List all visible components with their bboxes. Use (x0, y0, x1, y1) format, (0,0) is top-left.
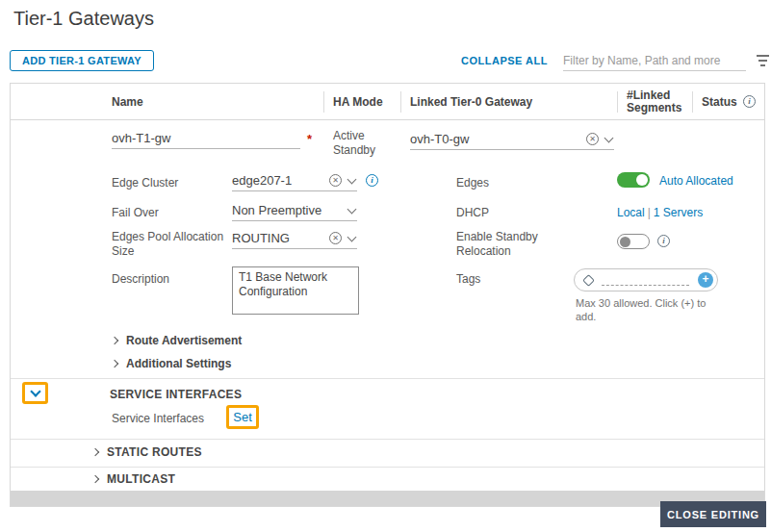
service-interfaces-row-label: Service Interfaces (112, 412, 204, 425)
section-divider (11, 439, 764, 440)
dhcp-label: DHCP (456, 206, 489, 220)
column-header-name: Name (112, 95, 143, 109)
standby-relocation-toggle[interactable] (617, 234, 650, 249)
status-info-icon[interactable]: i (743, 95, 756, 108)
chevron-down-icon[interactable] (347, 232, 357, 241)
column-divider (617, 91, 618, 113)
page-title: Tier-1 Gateways (13, 8, 154, 30)
ha-mode-value: Active Standby (333, 129, 389, 158)
tag-icon (582, 274, 595, 287)
required-marker: * (307, 132, 312, 146)
editing-footer-bar (11, 491, 764, 506)
filter-input[interactable] (563, 50, 746, 71)
column-header-ha-mode: HA Mode (333, 95, 383, 109)
chevron-down-icon[interactable] (604, 133, 614, 142)
additional-settings-label: Additional Settings (126, 357, 231, 370)
tags-label: Tags (456, 272, 480, 287)
clear-icon[interactable]: ✕ (329, 174, 342, 187)
collapse-all-link[interactable]: COLLAPSE ALL (461, 55, 548, 66)
section-divider (11, 467, 764, 468)
column-divider (400, 91, 401, 113)
clear-icon[interactable]: ✕ (329, 232, 342, 244)
edges-toggle[interactable] (617, 172, 650, 188)
highlight-box-expander (22, 382, 48, 404)
chevron-right-icon (91, 448, 99, 456)
highlight-box-set: Set (226, 405, 259, 429)
table-header-row: Name HA Mode Linked Tier-0 Gateway #Link… (11, 84, 764, 120)
chevron-right-icon (111, 337, 118, 344)
chevron-right-icon (111, 360, 118, 367)
route-advertisement-label: Route Advertisement (126, 334, 242, 347)
service-interfaces-section-header[interactable]: SERVICE INTERFACES (110, 388, 242, 401)
multicast-label: MULTICAST (107, 472, 175, 486)
filter-icon-bar (758, 60, 767, 62)
fail-over-value: Non Preemptive (232, 203, 342, 217)
linked-t0-gateway-value: ovh-T0-gw (410, 132, 586, 146)
edge-cluster-label: Edge Cluster (112, 176, 178, 190)
standby-relocation-info-icon[interactable]: i (657, 235, 670, 247)
filter-icon-bar (757, 55, 769, 57)
fail-over-select[interactable]: Non Preemptive (232, 200, 357, 221)
dhcp-servers-link[interactable]: 1 Servers (654, 206, 703, 219)
edges-pool-allocation-size-select[interactable]: ROUTING ✕ (232, 228, 357, 249)
edges-label: Edges (456, 176, 489, 190)
chevron-down-icon[interactable] (347, 174, 357, 184)
description-label: Description (112, 272, 169, 287)
clear-icon[interactable]: ✕ (586, 133, 599, 145)
tier1-gateways-page: Tier-1 Gateways ADD TIER-1 GATEWAY COLLA… (0, 0, 771, 532)
enable-standby-relocation-label: Enable Standby Relocation (456, 230, 553, 259)
close-editing-button[interactable]: CLOSE EDITING (660, 501, 766, 527)
filter-icon[interactable] (756, 55, 769, 66)
add-tag-button[interactable]: + (698, 272, 713, 288)
gateways-table: Name HA Mode Linked Tier-0 Gateway #Link… (10, 83, 765, 507)
column-header-status: Status (702, 95, 737, 109)
filter-icon-bar (760, 64, 765, 66)
dhcp-divider: | (645, 206, 654, 219)
multicast-section[interactable]: MULTICAST (92, 472, 175, 486)
column-header-linked-t0: Linked Tier-0 Gateway (410, 95, 532, 109)
tags-input[interactable]: + (574, 268, 718, 291)
chevron-right-icon (91, 475, 99, 483)
column-header-linked-segments: #Linked Segments (627, 89, 686, 114)
dhcp-local-link[interactable]: Local (617, 206, 645, 219)
gateway-name-input[interactable] (112, 128, 300, 149)
service-interfaces-set-link[interactable]: Set (233, 410, 252, 424)
edge-cluster-value: edge207-1 (232, 173, 329, 188)
edges-auto-allocated-link[interactable]: Auto Allocated (659, 174, 733, 188)
edge-cluster-select[interactable]: edge207-1 ✕ (232, 170, 357, 191)
edge-cluster-info-icon[interactable]: i (366, 174, 378, 187)
add-tier1-gateway-button[interactable]: ADD TIER-1 GATEWAY (10, 50, 154, 71)
linked-t0-gateway-select[interactable]: ovh-T0-gw ✕ (410, 129, 614, 150)
section-divider (11, 378, 764, 379)
column-divider (692, 91, 693, 113)
tag-entry-area[interactable] (602, 275, 689, 286)
description-textarea[interactable]: T1 Base Network Configuration (232, 266, 359, 315)
edges-pool-allocation-size-label: Edges Pool Allocation Size (112, 230, 229, 259)
route-advertisement-section[interactable]: Route Advertisement (112, 334, 242, 347)
static-routes-section[interactable]: STATIC ROUTES (92, 445, 202, 459)
additional-settings-section[interactable]: Additional Settings (112, 357, 231, 370)
fail-over-label: Fail Over (112, 206, 159, 220)
service-interfaces-expand-icon[interactable] (30, 386, 40, 396)
pool-size-value: ROUTING (232, 231, 329, 245)
static-routes-label: STATIC ROUTES (107, 445, 202, 459)
dhcp-value: Local|1 Servers (617, 206, 703, 219)
chevron-down-icon[interactable] (347, 204, 357, 214)
column-divider (323, 91, 324, 113)
tags-help-text: Max 30 allowed. Click (+) to add. (576, 296, 722, 323)
